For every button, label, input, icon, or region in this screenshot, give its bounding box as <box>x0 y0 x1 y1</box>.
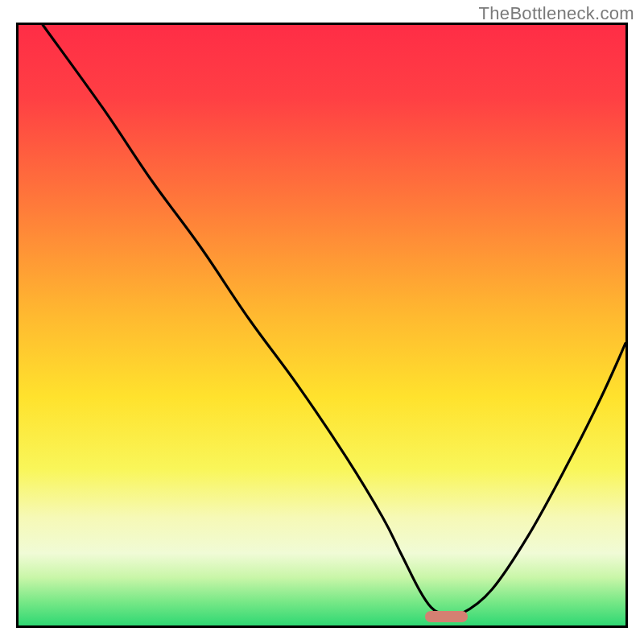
chart-container: TheBottleneck.com <box>0 0 644 644</box>
plot-area <box>19 25 625 625</box>
curve-svg <box>19 25 625 625</box>
watermark-text: TheBottleneck.com <box>479 3 634 24</box>
bottleneck-curve-path <box>43 25 625 616</box>
